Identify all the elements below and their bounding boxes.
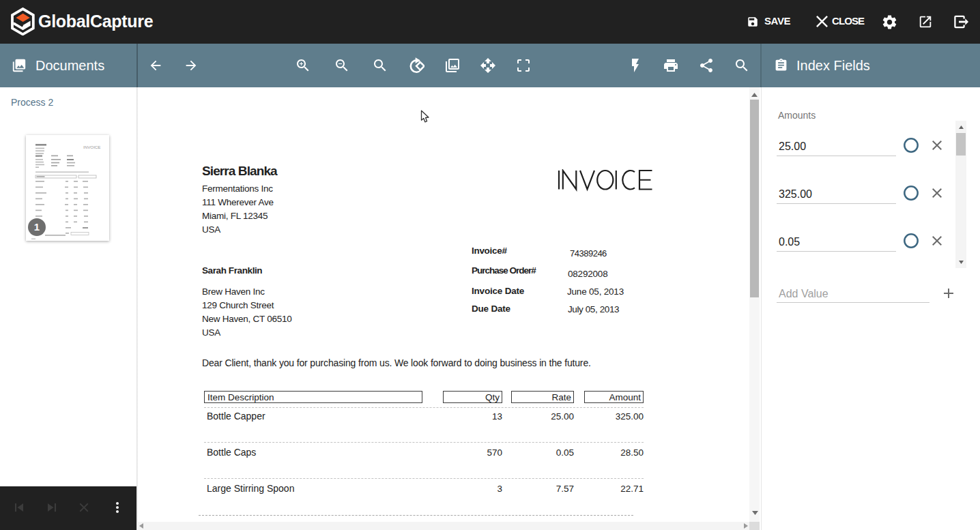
svg-text:INVOICE: INVOICE <box>83 145 100 149</box>
